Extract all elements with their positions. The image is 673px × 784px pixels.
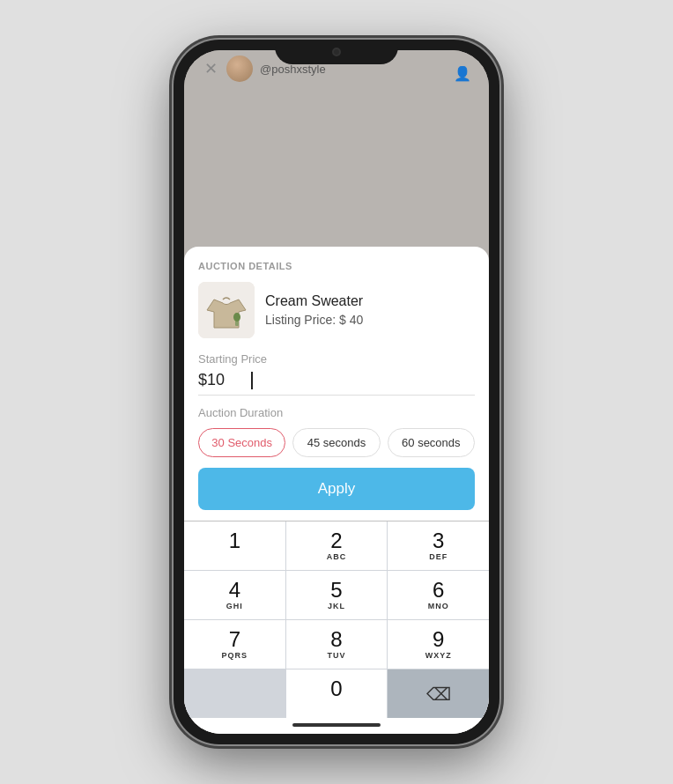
cursor	[251, 372, 253, 389]
key-6[interactable]: 6 MNO	[388, 571, 489, 619]
duration-30s[interactable]: 30 Seconds	[198, 428, 285, 457]
duration-options: 30 Seconds 45 seconds 60 seconds	[198, 428, 475, 457]
screen: ✕ @poshxstyle 👤 Let's BUNDLE Shop!! $5 S…	[184, 50, 489, 734]
key-8[interactable]: 8 TUV	[286, 620, 388, 669]
home-bar	[292, 723, 381, 727]
close-button[interactable]: ✕	[202, 60, 219, 78]
item-name: Cream Sweater	[265, 293, 475, 309]
notch-camera	[332, 48, 341, 56]
apply-button[interactable]: Apply	[198, 468, 475, 510]
key-5[interactable]: 5 JKL	[286, 571, 388, 619]
item-row: Cream Sweater Listing Price: $ 40	[198, 282, 475, 338]
key-3[interactable]: 3 DEF	[388, 521, 489, 570]
notch	[275, 40, 398, 64]
person-icon: 👤	[454, 66, 471, 81]
keypad: 1 2 ABC 3 DEF 4 GHI	[184, 521, 489, 718]
key-4[interactable]: 4 GHI	[184, 571, 285, 619]
price-input-row[interactable]: $10	[198, 371, 475, 396]
backspace-icon: ⌫	[426, 684, 451, 705]
price-input[interactable]: $10	[198, 371, 251, 389]
home-indicator	[184, 718, 489, 734]
key-2[interactable]: 2 ABC	[286, 521, 388, 570]
avatar	[226, 55, 253, 82]
item-listing-price: Listing Price: $ 40	[265, 313, 475, 327]
avatar-image	[226, 55, 253, 82]
status-bar-right: 👤	[454, 65, 471, 82]
svg-point-2	[233, 313, 240, 322]
auction-modal: AUCTION DETAILS	[184, 247, 489, 734]
duration-60s[interactable]: 60 seconds	[388, 428, 475, 457]
phone-shell: ✕ @poshxstyle 👤 Let's BUNDLE Shop!! $5 S…	[174, 40, 499, 744]
key-0[interactable]: 0	[286, 669, 388, 718]
duration-section: Auction Duration 30 Seconds 45 seconds 6…	[184, 406, 489, 468]
key-empty	[184, 669, 285, 718]
auction-section-title: AUCTION DETAILS	[198, 261, 475, 271]
duration-45s[interactable]: 45 seconds	[292, 428, 380, 457]
backspace-button[interactable]: ⌫	[388, 669, 489, 718]
starting-price-section: Starting Price $10	[184, 352, 489, 396]
auction-section: AUCTION DETAILS	[184, 247, 489, 352]
item-info: Cream Sweater Listing Price: $ 40	[265, 293, 475, 327]
key-1[interactable]: 1	[184, 521, 285, 570]
key-7[interactable]: 7 PQRS	[184, 620, 285, 669]
app-background: ✕ @poshxstyle 👤 Let's BUNDLE Shop!! $5 S…	[184, 50, 489, 734]
starting-price-label: Starting Price	[198, 352, 475, 366]
item-image-svg	[198, 282, 255, 338]
item-image	[198, 282, 255, 338]
key-9[interactable]: 9 WXYZ	[388, 620, 489, 669]
duration-label: Auction Duration	[198, 406, 475, 419]
